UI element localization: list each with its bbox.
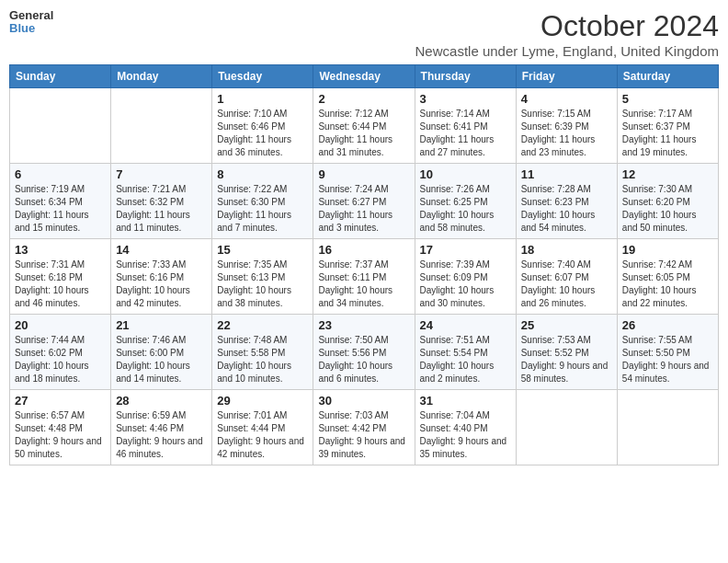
calendar-cell: 4Sunrise: 7:15 AM Sunset: 6:39 PM Daylig…: [516, 88, 617, 164]
subtitle: Newcastle under Lyme, England, United Ki…: [415, 43, 719, 59]
calendar-cell: 21Sunrise: 7:46 AM Sunset: 6:00 PM Dayli…: [111, 315, 212, 390]
day-info: Sunrise: 6:57 AM Sunset: 4:48 PM Dayligh…: [15, 409, 106, 461]
day-number: 11: [521, 167, 612, 181]
calendar-cell: 20Sunrise: 7:44 AM Sunset: 6:02 PM Dayli…: [10, 315, 111, 390]
calendar-cell: 16Sunrise: 7:37 AM Sunset: 6:11 PM Dayli…: [313, 239, 415, 315]
day-number: 19: [622, 243, 713, 257]
calendar-cell: [617, 390, 718, 465]
day-info: Sunrise: 7:10 AM Sunset: 6:46 PM Dayligh…: [217, 108, 308, 159]
calendar-cell: 13Sunrise: 7:31 AM Sunset: 6:18 PM Dayli…: [10, 239, 111, 315]
calendar-cell: 12Sunrise: 7:30 AM Sunset: 6:20 PM Dayli…: [617, 164, 718, 239]
calendar-cell: [111, 88, 212, 164]
day-info: Sunrise: 7:24 AM Sunset: 6:27 PM Dayligh…: [318, 183, 409, 235]
day-number: 27: [15, 394, 106, 408]
day-number: 2: [318, 92, 409, 106]
calendar-cell: 19Sunrise: 7:42 AM Sunset: 6:05 PM Dayli…: [617, 239, 718, 315]
day-info: Sunrise: 7:03 AM Sunset: 4:42 PM Dayligh…: [318, 409, 409, 461]
calendar-cell: 11Sunrise: 7:28 AM Sunset: 6:23 PM Dayli…: [516, 164, 617, 239]
day-number: 12: [622, 167, 713, 181]
day-number: 13: [15, 243, 106, 257]
day-number: 17: [420, 243, 511, 257]
day-number: 9: [318, 167, 409, 181]
calendar-cell: [10, 88, 111, 164]
day-number: 5: [622, 92, 713, 106]
day-number: 29: [217, 394, 308, 408]
logo: General Blue: [9, 9, 53, 36]
day-info: Sunrise: 7:17 AM Sunset: 6:37 PM Dayligh…: [622, 108, 713, 159]
day-header-friday: Friday: [516, 65, 617, 88]
main-title: October 2024: [415, 9, 719, 43]
calendar-week-5: 27Sunrise: 6:57 AM Sunset: 4:48 PM Dayli…: [10, 390, 719, 465]
day-header-saturday: Saturday: [617, 65, 718, 88]
day-header-wednesday: Wednesday: [313, 65, 415, 88]
calendar-cell: 27Sunrise: 6:57 AM Sunset: 4:48 PM Dayli…: [10, 390, 111, 465]
calendar-cell: 5Sunrise: 7:17 AM Sunset: 6:37 PM Daylig…: [617, 88, 718, 164]
calendar-cell: 9Sunrise: 7:24 AM Sunset: 6:27 PM Daylig…: [313, 164, 415, 239]
day-info: Sunrise: 6:59 AM Sunset: 4:46 PM Dayligh…: [116, 409, 207, 461]
calendar-table: SundayMondayTuesdayWednesdayThursdayFrid…: [9, 64, 719, 465]
day-info: Sunrise: 7:15 AM Sunset: 6:39 PM Dayligh…: [521, 108, 612, 159]
calendar-cell: 17Sunrise: 7:39 AM Sunset: 6:09 PM Dayli…: [415, 239, 516, 315]
day-info: Sunrise: 7:48 AM Sunset: 5:58 PM Dayligh…: [217, 334, 308, 385]
page-header: General Blue October 2024 Newcastle unde…: [9, 9, 719, 59]
day-number: 26: [622, 318, 713, 332]
day-number: 23: [318, 318, 409, 332]
day-info: Sunrise: 7:51 AM Sunset: 5:54 PM Dayligh…: [420, 334, 511, 385]
day-number: 7: [116, 167, 207, 181]
calendar-cell: 30Sunrise: 7:03 AM Sunset: 4:42 PM Dayli…: [313, 390, 415, 465]
day-info: Sunrise: 7:55 AM Sunset: 5:50 PM Dayligh…: [622, 334, 713, 385]
day-number: 21: [116, 318, 207, 332]
calendar-cell: 6Sunrise: 7:19 AM Sunset: 6:34 PM Daylig…: [10, 164, 111, 239]
day-info: Sunrise: 7:44 AM Sunset: 6:02 PM Dayligh…: [15, 334, 106, 385]
day-number: 24: [420, 318, 511, 332]
calendar-cell: 1Sunrise: 7:10 AM Sunset: 6:46 PM Daylig…: [212, 88, 313, 164]
day-info: Sunrise: 7:37 AM Sunset: 6:11 PM Dayligh…: [318, 259, 409, 310]
day-number: 20: [15, 318, 106, 332]
day-number: 22: [217, 318, 308, 332]
calendar-cell: 28Sunrise: 6:59 AM Sunset: 4:46 PM Dayli…: [111, 390, 212, 465]
day-number: 25: [521, 318, 612, 332]
calendar-week-2: 6Sunrise: 7:19 AM Sunset: 6:34 PM Daylig…: [10, 164, 719, 239]
day-header-tuesday: Tuesday: [212, 65, 313, 88]
day-info: Sunrise: 7:39 AM Sunset: 6:09 PM Dayligh…: [420, 259, 511, 310]
day-info: Sunrise: 7:01 AM Sunset: 4:44 PM Dayligh…: [217, 409, 308, 461]
day-info: Sunrise: 7:53 AM Sunset: 5:52 PM Dayligh…: [521, 334, 612, 385]
calendar-cell: 26Sunrise: 7:55 AM Sunset: 5:50 PM Dayli…: [617, 315, 718, 390]
day-info: Sunrise: 7:30 AM Sunset: 6:20 PM Dayligh…: [622, 183, 713, 235]
day-number: 8: [217, 167, 308, 181]
calendar-cell: 18Sunrise: 7:40 AM Sunset: 6:07 PM Dayli…: [516, 239, 617, 315]
calendar-cell: [516, 390, 617, 465]
day-info: Sunrise: 7:31 AM Sunset: 6:18 PM Dayligh…: [15, 259, 106, 310]
calendar-header-row: SundayMondayTuesdayWednesdayThursdayFrid…: [10, 65, 719, 88]
day-info: Sunrise: 7:14 AM Sunset: 6:41 PM Dayligh…: [420, 108, 511, 159]
day-info: Sunrise: 7:42 AM Sunset: 6:05 PM Dayligh…: [622, 259, 713, 310]
calendar-cell: 31Sunrise: 7:04 AM Sunset: 4:40 PM Dayli…: [415, 390, 516, 465]
day-header-monday: Monday: [111, 65, 212, 88]
day-number: 1: [217, 92, 308, 106]
calendar-cell: 10Sunrise: 7:26 AM Sunset: 6:25 PM Dayli…: [415, 164, 516, 239]
calendar-cell: 7Sunrise: 7:21 AM Sunset: 6:32 PM Daylig…: [111, 164, 212, 239]
calendar-week-3: 13Sunrise: 7:31 AM Sunset: 6:18 PM Dayli…: [10, 239, 719, 315]
calendar-cell: 2Sunrise: 7:12 AM Sunset: 6:44 PM Daylig…: [313, 88, 415, 164]
day-header-thursday: Thursday: [415, 65, 516, 88]
day-info: Sunrise: 7:19 AM Sunset: 6:34 PM Dayligh…: [15, 183, 106, 235]
calendar-cell: 14Sunrise: 7:33 AM Sunset: 6:16 PM Dayli…: [111, 239, 212, 315]
logo-blue: Blue: [9, 22, 53, 35]
day-number: 4: [521, 92, 612, 106]
day-info: Sunrise: 7:04 AM Sunset: 4:40 PM Dayligh…: [420, 409, 511, 461]
day-info: Sunrise: 7:33 AM Sunset: 6:16 PM Dayligh…: [116, 259, 207, 310]
calendar-cell: 23Sunrise: 7:50 AM Sunset: 5:56 PM Dayli…: [313, 315, 415, 390]
day-number: 18: [521, 243, 612, 257]
logo-general: General: [9, 9, 53, 22]
calendar-week-1: 1Sunrise: 7:10 AM Sunset: 6:46 PM Daylig…: [10, 88, 719, 164]
day-number: 14: [116, 243, 207, 257]
day-info: Sunrise: 7:46 AM Sunset: 6:00 PM Dayligh…: [116, 334, 207, 385]
day-info: Sunrise: 7:12 AM Sunset: 6:44 PM Dayligh…: [318, 108, 409, 159]
day-info: Sunrise: 7:35 AM Sunset: 6:13 PM Dayligh…: [217, 259, 308, 310]
day-info: Sunrise: 7:50 AM Sunset: 5:56 PM Dayligh…: [318, 334, 409, 385]
day-number: 28: [116, 394, 207, 408]
calendar-cell: 22Sunrise: 7:48 AM Sunset: 5:58 PM Dayli…: [212, 315, 313, 390]
day-info: Sunrise: 7:40 AM Sunset: 6:07 PM Dayligh…: [521, 259, 612, 310]
calendar-cell: 24Sunrise: 7:51 AM Sunset: 5:54 PM Dayli…: [415, 315, 516, 390]
calendar-cell: 8Sunrise: 7:22 AM Sunset: 6:30 PM Daylig…: [212, 164, 313, 239]
